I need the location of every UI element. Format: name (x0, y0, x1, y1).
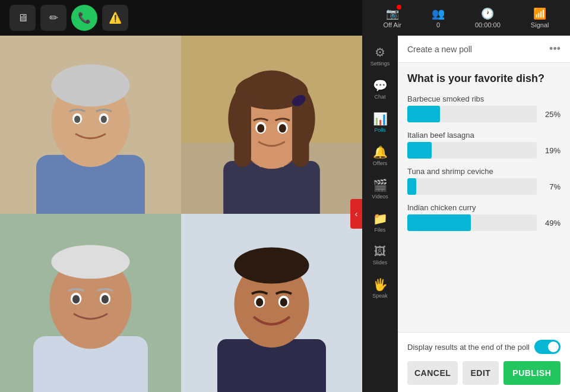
sidebar-item-speak[interactable]: 🖐 Speak (364, 273, 396, 304)
poll-title-placeholder: Create a new poll (407, 45, 549, 54)
poll-option-4-bar-row: 49% (407, 214, 560, 231)
videos-label: Videos (372, 194, 388, 200)
poll-option-1-label: Barbecue smoked ribs (407, 94, 560, 103)
stat-offair: 📷 Off Air (384, 7, 401, 29)
sidebar-item-settings[interactable]: ⚙ Settings (364, 40, 396, 71)
edit-button[interactable]: EDIT (463, 361, 498, 385)
sidebar-item-offers[interactable]: 🔔 Offers (364, 140, 396, 171)
poll-bar-track-2 (407, 142, 537, 159)
poll-footer: Display results at the end of the poll C… (398, 332, 570, 392)
count-value: 0 (436, 21, 440, 29)
side-toggle-button[interactable]: ‹ (350, 199, 362, 229)
display-results-row: Display results at the end of the poll (407, 340, 560, 354)
chat-label: Chat (374, 94, 385, 100)
poll-percent-3: 7% (542, 182, 560, 191)
top-bar-left: 🖥 ✏ 📞 ⚠️ (0, 5, 362, 31)
cancel-button[interactable]: CANCEL (407, 361, 458, 385)
poll-header: Create a new poll ••• (398, 36, 570, 63)
speak-icon: 🖐 (373, 277, 388, 292)
poll-option-3-label: Tuna and shrimp ceviche (407, 167, 560, 176)
sidebar-item-chat[interactable]: 💬 Chat (364, 74, 396, 105)
poll-option-3: Tuna and shrimp ceviche 7% (407, 167, 560, 195)
poll-question: What is your favorite dish? (407, 72, 560, 85)
clock-icon: 🕐 (481, 7, 494, 20)
poll-bar-fill-3 (407, 178, 416, 195)
speak-label: Speak (372, 293, 388, 299)
poll-panel: Create a new poll ••• What is your favor… (398, 36, 570, 392)
polls-label: Polls (374, 127, 386, 133)
poll-option-2: Italian beef lasagna 19% (407, 131, 560, 159)
warning-button[interactable]: ⚠️ (102, 5, 128, 31)
svg-point-22 (279, 124, 286, 132)
top-bar-stats: 📷 Off Air 👥 0 🕐 00:00:00 📶 Signal (362, 0, 570, 36)
video-cell-1 (0, 36, 181, 214)
poll-percent-1: 25% (542, 110, 560, 119)
svg-point-43 (280, 298, 287, 306)
svg-rect-17 (234, 94, 251, 167)
poll-option-1: Barbecue smoked ribs 25% (407, 94, 560, 122)
offers-icon: 🔔 (373, 145, 388, 159)
svg-point-33 (102, 295, 109, 304)
poll-option-1-bar-row: 25% (407, 106, 560, 122)
svg-rect-11 (223, 161, 320, 214)
svg-point-42 (256, 298, 263, 306)
stat-timer: 🕐 00:00:00 (475, 7, 501, 29)
poll-percent-2: 19% (542, 146, 560, 155)
svg-point-8 (101, 116, 107, 123)
poll-bar-track-3 (407, 178, 537, 195)
stat-signal: 📶 Signal (531, 7, 549, 29)
call-button[interactable]: 📞 (71, 5, 97, 31)
display-results-label: Display results at the end of the poll (407, 343, 530, 352)
poll-percent-4: 49% (542, 219, 560, 227)
svg-point-21 (257, 124, 264, 132)
svg-point-7 (74, 116, 80, 123)
poll-option-4: Indian chicken curry 49% (407, 203, 560, 231)
polls-icon: 📊 (373, 112, 388, 126)
settings-label: Settings (370, 61, 390, 67)
poll-bar-track-4 (407, 214, 537, 231)
pencil-button[interactable]: ✏ (40, 5, 66, 31)
top-bar: 🖥 ✏ 📞 ⚠️ 📷 Off Air 👥 0 🕐 00:00:00 📶 Sign… (0, 0, 570, 36)
poll-bar-fill-1 (407, 106, 440, 122)
svg-point-39 (234, 247, 309, 283)
more-options-button[interactable]: ••• (549, 43, 560, 55)
video-cell-2 (181, 36, 362, 214)
live-badge (397, 5, 401, 10)
svg-point-29 (51, 245, 129, 279)
right-sidebar: ⚙ Settings 💬 Chat 📊 Polls 🔔 Offers 🎬 Vid… (362, 36, 398, 392)
sidebar-item-polls[interactable]: 📊 Polls (364, 107, 396, 138)
signal-label: Signal (531, 21, 549, 29)
svg-point-4 (51, 64, 129, 106)
video-area: ‹ (0, 36, 362, 392)
video-cell-4 (181, 214, 362, 392)
slides-icon: 🖼 (374, 245, 386, 258)
sidebar-item-files[interactable]: 📁 Files (364, 207, 396, 238)
svg-point-32 (72, 295, 80, 304)
camera-icon: 📷 (386, 7, 399, 20)
files-icon: 📁 (373, 211, 388, 226)
people-icon: 👥 (432, 7, 445, 20)
screen-share-button[interactable]: 🖥 (10, 5, 36, 31)
chevron-icon: ‹ (355, 209, 358, 219)
sidebar-item-videos[interactable]: 🎬 Videos (364, 173, 396, 204)
slides-label: Slides (373, 260, 388, 265)
poll-option-2-bar-row: 19% (407, 142, 560, 159)
files-label: Files (374, 227, 385, 233)
display-results-toggle[interactable] (534, 340, 560, 354)
chat-icon: 💬 (373, 78, 388, 93)
poll-content: What is your favorite dish? Barbecue smo… (398, 63, 570, 332)
publish-button[interactable]: PUBLISH (504, 361, 560, 385)
sidebar-item-slides[interactable]: 🖼 Slides (364, 240, 396, 270)
signal-icon: 📶 (533, 7, 546, 20)
main-content: ‹ ⚙ Settings 💬 Chat 📊 Polls 🔔 Offers 🎬 V… (0, 36, 570, 392)
poll-option-4-label: Indian chicken curry (407, 203, 560, 212)
poll-option-3-bar-row: 7% (407, 178, 560, 195)
offers-label: Offers (373, 160, 387, 166)
settings-icon: ⚙ (375, 45, 385, 59)
offair-label: Off Air (384, 21, 401, 29)
video-cell-3 (0, 214, 181, 392)
poll-option-2-label: Italian beef lasagna (407, 131, 560, 140)
footer-buttons: CANCEL EDIT PUBLISH (407, 361, 560, 385)
timer-value: 00:00:00 (475, 21, 501, 29)
videos-icon: 🎬 (373, 178, 388, 192)
